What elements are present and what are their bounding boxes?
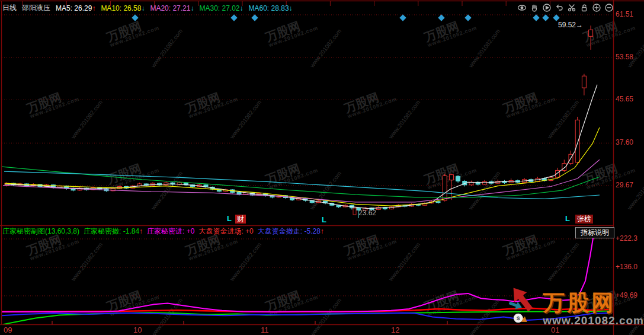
trend-arrow-icon: ↓ xyxy=(190,4,194,12)
zoom-out-icon[interactable] xyxy=(604,2,614,13)
indicator-legend-item: 庄家秘密撤: -1.84↑ xyxy=(84,226,143,237)
lock-icon[interactable] xyxy=(579,2,589,13)
chart-header: 日线 邵阳液压 MA5: 26.29↑MA10: 26.58↓MA20: 27.… xyxy=(2,3,293,13)
site-logo: $ 万股网 www.201082.com xyxy=(505,274,644,335)
toolbar xyxy=(517,2,614,13)
ma-legend-item: MA10: 26.58↓ xyxy=(101,4,145,12)
svg-text:$: $ xyxy=(517,315,520,321)
app-window: 万股网www.201082.comwww.201082.com万股网www.20… xyxy=(0,0,644,335)
ma-legend-item: MA20: 27.21↓ xyxy=(150,4,194,12)
play-icon[interactable] xyxy=(542,2,552,13)
indicator-help-button[interactable]: 指标说明 xyxy=(575,227,614,238)
scissors-icon[interactable] xyxy=(566,2,577,13)
logo-arrows-icon: $ xyxy=(505,274,542,335)
indicator-legend-item: 大盘资金撤走: -5.28↑ xyxy=(258,226,324,237)
hand-icon[interactable] xyxy=(529,2,540,13)
undo-icon[interactable] xyxy=(554,2,565,13)
ma-legend: MA5: 26.29↑MA10: 26.58↓MA20: 27.21↓MA30:… xyxy=(56,4,293,12)
trend-arrow-icon: ↓ xyxy=(240,4,243,12)
indicator-legend: 庄家秘密副图(13,60,3,8)庄家秘密撤: -1.84↑庄家秘密进: +0大… xyxy=(2,226,324,237)
indicator-legend-item: 庄家秘密副图(13,60,3,8) xyxy=(2,226,79,237)
zoom-in-icon[interactable] xyxy=(591,2,602,13)
ma-legend-item: MA60: 28.83↓ xyxy=(249,4,293,12)
ma-legend-item: MA30: 27.02↓ xyxy=(199,4,243,12)
indicator-legend-item: 庄家秘密进: +0 xyxy=(147,226,194,237)
trend-arrow-icon: ↑ xyxy=(92,4,95,12)
eye-icon[interactable] xyxy=(517,2,527,13)
trend-arrow-icon: ↑ xyxy=(139,227,143,235)
trend-arrow-icon: ↓ xyxy=(289,4,293,12)
stock-name[interactable]: 邵阳液压 xyxy=(22,3,50,13)
trend-arrow-icon: ↓ xyxy=(141,4,145,12)
ma-legend-item: MA5: 26.29↑ xyxy=(56,4,95,12)
trend-arrow-icon: ↑ xyxy=(321,227,324,235)
period-label[interactable]: 日线 xyxy=(2,3,17,13)
indicator-legend-item: 大盘资金进场: +0 xyxy=(198,226,253,237)
logo-site-url: www.201082.com xyxy=(543,314,644,327)
logo-site-name: 万股网 xyxy=(543,292,644,314)
